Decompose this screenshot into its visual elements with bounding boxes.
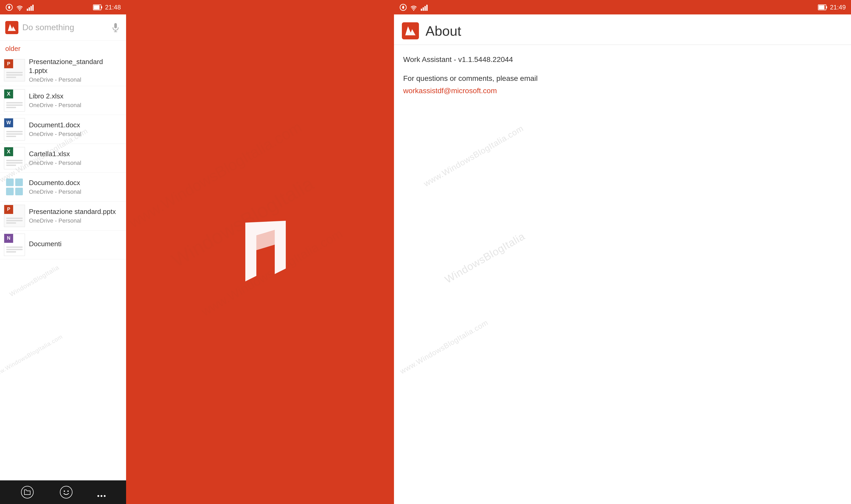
list-item[interactable]: X Libro 2.xlsx OneDrive - Personal [0, 86, 126, 115]
excel-corner: X [4, 147, 13, 156]
about-email-link[interactable]: workassistdf@microsoft.com [403, 87, 497, 95]
excel-corner: X [4, 90, 13, 98]
section-label: older [0, 41, 126, 55]
battery-icon [93, 4, 103, 10]
svg-rect-28 [424, 6, 426, 11]
wifi-icon-3 [410, 3, 418, 11]
svg-point-18 [60, 486, 72, 498]
list-item[interactable]: N Documenti [0, 231, 126, 259]
office-logo-large [223, 215, 297, 289]
svg-rect-32 [819, 5, 825, 10]
signal-icon-3 [399, 3, 407, 11]
list-item[interactable]: P Presentazione_standard 1.pptx OneDrive… [0, 55, 126, 86]
signal-bars-icon-3 [420, 3, 428, 11]
file-name: Documento.docx [29, 179, 122, 187]
svg-rect-8 [94, 5, 100, 10]
svg-rect-5 [32, 5, 34, 11]
file-info: Presentazione standard.pptx OneDrive - P… [29, 208, 122, 224]
svg-point-25 [413, 10, 414, 11]
file-info: Presentazione_standard 1.pptx OneDrive -… [29, 57, 122, 83]
file-icon-xlsx: X [4, 89, 25, 111]
status-icons-left-3 [399, 3, 428, 11]
file-lines [6, 102, 22, 109]
list-item[interactable]: P Presentazione standard.pptx OneDrive -… [0, 202, 126, 231]
svg-rect-10 [114, 23, 117, 28]
file-icon-pptx: P [4, 59, 25, 82]
about-version: Work Assistant - v1.1.5448.22044 [403, 55, 842, 64]
svg-point-17 [21, 486, 33, 498]
bottom-nav: ••• [0, 480, 126, 504]
search-placeholder[interactable]: Do something [22, 22, 106, 32]
svg-rect-9 [5, 21, 18, 34]
folder-button[interactable] [19, 484, 35, 500]
svg-point-1 [19, 10, 20, 11]
file-info: Document1.docx OneDrive - Personal [29, 121, 122, 138]
file-icon-docx: W [4, 118, 25, 141]
list-item[interactable]: Documento.docx OneDrive - Personal [0, 173, 126, 202]
file-list: P Presentazione_standard 1.pptx OneDrive… [0, 55, 126, 480]
file-icon-xlsx2: X [4, 147, 25, 169]
svg-rect-31 [826, 6, 827, 8]
panel-splash: www.WindowsBlogItalia.com WindowsBlogIta… [126, 0, 394, 504]
status-bar-1: 21:48 [0, 0, 126, 15]
file-source: OneDrive - Personal [29, 160, 122, 166]
status-time-1: 21:48 [105, 4, 121, 11]
file-name: Cartella1.xlsx [29, 150, 122, 159]
file-name: Libro 2.xlsx [29, 92, 122, 101]
file-name: Documenti [29, 240, 122, 249]
signal-bars-icon [26, 3, 34, 11]
svg-rect-29 [426, 5, 428, 11]
status-right: 21:48 [93, 4, 121, 11]
word-badge: W [4, 119, 13, 127]
windows-logo-icon [5, 177, 24, 196]
file-info: Cartella1.xlsx OneDrive - Personal [29, 150, 122, 166]
svg-rect-14 [15, 179, 23, 186]
list-item[interactable]: X Cartella1.xlsx OneDrive - Personal [0, 144, 126, 173]
status-icons-left [5, 3, 34, 11]
smiley-button[interactable] [58, 484, 74, 500]
pptx-badge2: P [4, 205, 13, 214]
file-source: OneDrive - Personal [29, 102, 122, 109]
file-info: Libro 2.xlsx OneDrive - Personal [29, 92, 122, 109]
more-button[interactable]: ••• [97, 492, 107, 500]
svg-rect-7 [101, 6, 102, 8]
svg-rect-2 [27, 9, 28, 11]
status-right-3: 21:49 [818, 4, 846, 11]
file-lines [6, 218, 22, 225]
file-name: Document1.docx [29, 121, 122, 130]
file-icon-pptx2: P [4, 205, 25, 227]
note-badge: N [4, 234, 13, 243]
wifi-icon [16, 3, 24, 11]
about-contact-text: For questions or comments, please email [403, 74, 842, 83]
status-time-3: 21:49 [830, 4, 846, 11]
mic-icon[interactable] [110, 22, 121, 33]
office-logo-about [402, 22, 419, 39]
svg-rect-27 [423, 7, 424, 11]
search-bar: Do something [0, 15, 126, 41]
file-info: Documento.docx OneDrive - Personal [29, 179, 122, 195]
svg-rect-3 [29, 7, 30, 11]
svg-point-20 [67, 491, 69, 492]
file-source: OneDrive - Personal [29, 76, 122, 83]
panel-about: 21:49 About Work Assistant - v1.1.5448.2… [394, 0, 851, 504]
file-name: Presentazione_standard 1.pptx [29, 57, 122, 75]
svg-text:www.WindowsBlogItalia.com: www.WindowsBlogItalia.com [126, 118, 304, 231]
about-header: About [394, 15, 851, 45]
file-source: OneDrive - Personal [29, 131, 122, 138]
file-lines [6, 247, 22, 254]
svg-point-19 [64, 491, 65, 492]
file-info: Documenti [29, 240, 122, 250]
file-source: OneDrive - Personal [29, 217, 122, 224]
list-item[interactable]: W Document1.docx OneDrive - Personal [0, 115, 126, 144]
file-lines [6, 72, 22, 79]
dots-label: ••• [97, 492, 107, 500]
svg-rect-26 [421, 9, 422, 11]
file-icon-windows [4, 176, 25, 198]
file-name: Presentazione standard.pptx [29, 208, 122, 216]
signal-icon [5, 3, 13, 11]
battery-icon-3 [818, 4, 827, 10]
file-source: OneDrive - Personal [29, 188, 122, 195]
office-logo-small [5, 21, 18, 34]
svg-rect-4 [31, 6, 32, 11]
file-icon-note: N [4, 234, 25, 256]
